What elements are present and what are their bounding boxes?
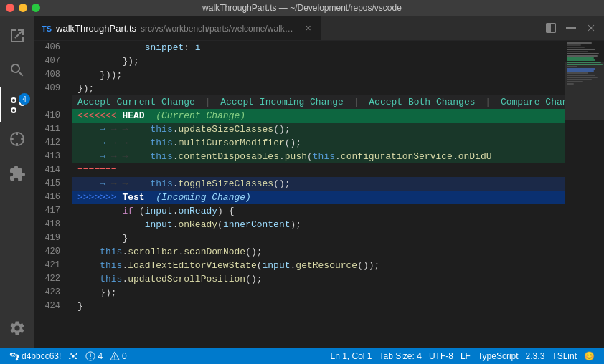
line-num-407: 407 [34,54,66,68]
line-num-406: 406 [34,41,66,54]
code-line-415: → → → this.toggleSizeClasses(); [72,177,565,191]
activity-debug[interactable] [0,122,34,156]
line-num-421: 421 [34,259,66,272]
accept-incoming-action[interactable]: Accept Incoming Change [217,95,346,109]
accept-both-action[interactable]: Accept Both Changes [366,95,478,109]
tab-close-button[interactable]: × [303,21,314,36]
status-smile[interactable]: 😊 [580,351,598,361]
code-line-417: if (input.onReady) { [72,204,565,218]
line-num-416: 416 [34,191,66,204]
minimize-button[interactable] [19,4,27,12]
line-num-414: 414 [34,163,66,177]
status-encoding[interactable]: UTF-8 [425,351,457,361]
code-line-410: <<<<<<< HEAD (Current Change) [72,109,565,123]
code-line-423: }); [72,286,565,300]
maximize-button[interactable] [32,4,40,12]
source-control-badge: 4 [19,93,30,105]
code-line-406: snippet: i [72,41,565,54]
tab-type-badge: TS [42,24,52,33]
activity-explorer[interactable] [0,19,34,53]
status-branch[interactable]: d4bbcc63! [6,348,65,364]
close-editor-button[interactable] [582,19,600,37]
minimap [565,41,604,348]
line-num-424: 424 [34,300,66,313]
line-num-410: 410 [34,109,66,123]
code-line-413: → → → this.contentDisposables.push(this.… [72,150,565,163]
compare-changes-action[interactable]: Compare Changes [498,95,565,109]
accept-current-action[interactable]: Accept Current Change [75,95,198,109]
close-button[interactable] [6,4,14,12]
editor-content[interactable]: 406 407 408 409 410 411 412 413 414 415 … [34,41,604,348]
line-numbers-gutter: 406 407 408 409 410 411 412 413 414 415 … [34,41,72,348]
activity-bar: 4 [0,16,34,348]
status-language[interactable]: TypeScript [474,351,522,361]
code-line-422: this.updatedScrollPosition(); [72,272,565,286]
tab-filename: walkThroughPart.ts [56,23,136,34]
code-lines[interactable]: snippet: i }); })); }); [72,41,565,348]
window-controls [6,4,40,12]
line-num-422: 422 [34,272,66,286]
warning-count: 0 [122,351,127,361]
line-num-411: 411 [34,123,66,136]
line-num-423: 423 [34,286,66,300]
line-num-415: 415 [34,177,66,191]
activity-source-control[interactable]: 4 [0,87,34,122]
code-line-416: >>>>>>> Test (Incoming Change) [72,191,565,204]
line-num-418: 418 [34,218,66,231]
lines-wrapper: 406 407 408 409 410 411 412 413 414 415 … [34,41,604,348]
code-line-409: }); [72,82,565,95]
line-num-417: 417 [34,204,66,218]
activity-bar-bottom [0,311,34,345]
editor-area: TS walkThroughPart.ts src/vs/workbench/p… [34,16,604,348]
line-num-actions [34,95,66,109]
status-position[interactable]: Ln 1, Col 1 [326,351,375,361]
status-right: Ln 1, Col 1 Tab Size: 4 UTF-8 LF TypeScr… [326,351,598,361]
branch-name: d4bbcc63! [22,351,61,361]
window-title: walkThroughPart.ts — ~/Development/repos… [202,3,402,13]
code-line-412: → → → this.multiCursorModifier(); [72,136,565,150]
code-line-419: } [72,231,565,245]
line-num-408: 408 [34,68,66,82]
tab-path: src/vs/workbench/parts/welcome/walkThrou… [141,24,298,34]
code-line-407: }); [72,54,565,68]
tab-bar: TS walkThroughPart.ts src/vs/workbench/p… [34,16,604,41]
line-num-413: 413 [34,150,66,163]
line-num-420: 420 [34,245,66,259]
code-line-424: } [72,300,565,313]
conflict-actions-bar: Accept Current Change | Accept Incoming … [72,95,565,109]
code-line-414: ======= [72,163,565,177]
status-ts-version[interactable]: 2.3.3 [522,351,549,361]
minimap-slider[interactable] [565,62,604,120]
line-num-409: 409 [34,82,66,95]
activity-extensions[interactable] [0,156,34,191]
status-linter[interactable]: TSLint [548,351,580,361]
status-tab-size[interactable]: Tab Size: 4 [376,351,425,361]
code-line-408: })); [72,68,565,82]
status-sync[interactable] [65,348,82,364]
code-line-411: → → → this.updateSizeClasses(); [72,123,565,136]
status-bar: d4bbcc63! 4 0 Ln 1, Col 1 Tab Size: 4 UT… [0,348,604,364]
line-num-412: 412 [34,136,66,150]
status-errors[interactable]: 4 [82,348,106,364]
tab-actions [542,16,604,40]
activity-settings[interactable] [0,311,34,345]
more-tabs-button[interactable] [562,19,580,37]
status-line-ending[interactable]: LF [457,351,474,361]
error-count: 4 [98,351,103,361]
code-line-418: input.onReady(innerContent); [72,218,565,231]
title-bar: walkThroughPart.ts — ~/Development/repos… [0,0,604,16]
split-editor-button[interactable] [542,19,560,37]
code-line-421: this.loadTextEditorViewState(input.getRe… [72,259,565,272]
active-tab[interactable]: TS walkThroughPart.ts src/vs/workbench/p… [34,16,321,40]
status-warnings[interactable]: 0 [106,348,131,364]
activity-search[interactable] [0,53,34,87]
code-line-420: this.scrollbar.scanDomNode(); [72,245,565,259]
svg-point-0 [72,355,75,358]
line-num-419: 419 [34,231,66,245]
main-layout: 4 TS walkThroughPart.ts src/vs/workbench… [0,16,604,348]
